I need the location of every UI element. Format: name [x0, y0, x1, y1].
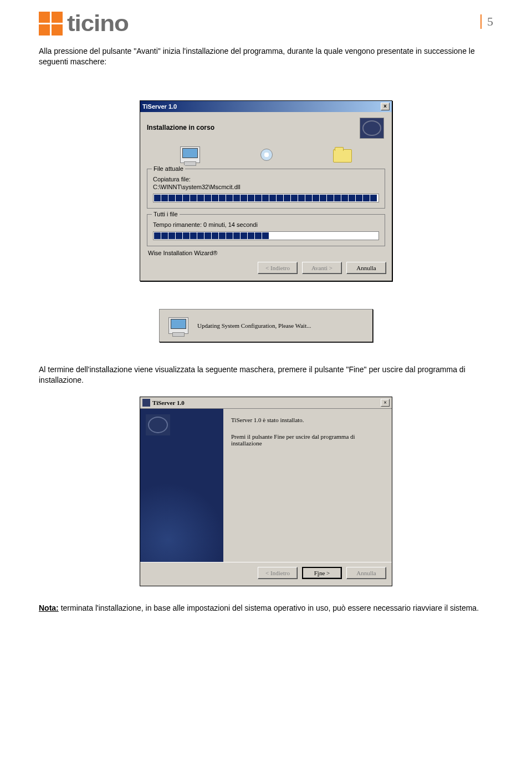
dialog-titlebar: TiServer 1.0 ×: [140, 101, 392, 112]
page-number: 5: [487, 14, 493, 29]
close-icon[interactable]: ×: [381, 399, 390, 407]
mid-paragraph: Al termine dell'installazione viene visu…: [39, 364, 493, 386]
dialog-titlebar: TiServer 1.0 ×: [140, 397, 392, 409]
computer-icon: [168, 317, 188, 334]
dialog-button-row: < Indietro Avanti > Annulla: [140, 262, 392, 281]
wise-label: Wise Installation Wizard®: [148, 250, 385, 256]
wizard-side-panel: [140, 409, 223, 562]
dialog-subhead: Installazione in corso: [147, 124, 214, 131]
page-number-box: 5: [480, 14, 493, 29]
install-complete-dialog: TiServer 1.0 × TiServer 1.0 è stato inst…: [140, 397, 392, 586]
current-file-group: Copiatura file: C:\WINNT\system32\Mscmci…: [147, 169, 385, 209]
note-text: terminata l'installazione, in base alle …: [59, 603, 479, 612]
logo-squares-icon: [39, 12, 63, 35]
app-mini-icon: [142, 399, 150, 407]
logo-text: ticino: [67, 11, 129, 36]
back-button: < Indietro: [258, 262, 298, 274]
intro-paragraph: Alla pressione del pulsante "Avanti" ini…: [39, 46, 493, 67]
all-files-group: Tempo rimanente: 0 minuti, 14 secondi: [147, 214, 385, 246]
page: ticino 5 Alla pressione del pulsante "Av…: [0, 0, 532, 630]
page-number-bar-icon: [480, 14, 482, 29]
install-icons-row: [150, 146, 382, 163]
updating-text: Updating System Configuration, Please Wa…: [197, 322, 311, 329]
installed-line2: Premi il pulsante Fine per uscire dal pr…: [231, 433, 384, 447]
note-paragraph: Nota: terminata l'installazione, in base…: [39, 603, 493, 613]
dialog-main: TiServer 1.0 è stato installato. Premi i…: [223, 409, 392, 562]
cancel-button: Annulla: [346, 567, 386, 579]
file-progress-bar: [153, 194, 379, 202]
copy-path: C:\WINNT\system32\Mscmcit.dll: [153, 184, 379, 190]
folder-icon: [333, 149, 352, 163]
disc-icon: [260, 149, 273, 161]
installed-line1: TiServer 1.0 è stato installato.: [231, 417, 384, 423]
computer-icon: [180, 146, 200, 163]
note-label: Nota:: [39, 603, 59, 612]
brand-logo: ticino: [39, 11, 123, 36]
wizard-logo-icon: [360, 118, 384, 139]
back-button: < Indietro: [258, 567, 298, 579]
close-icon[interactable]: ×: [381, 103, 390, 110]
dialog-title: TiServer 1.0: [152, 399, 185, 406]
dialog-title: TiServer 1.0: [142, 103, 177, 110]
dialog-button-row: < Indietro Fine > Annulla: [140, 562, 392, 586]
page-header: ticino 5: [39, 11, 493, 36]
next-button: Avanti >: [302, 262, 342, 274]
total-progress-bar: [153, 231, 379, 240]
install-progress-dialog: TiServer 1.0 × Installazione in corso Co…: [140, 100, 392, 281]
time-remaining: Tempo rimanente: 0 minuti, 14 secondi: [153, 221, 379, 228]
updating-config-dialog: Updating System Configuration, Please Wa…: [159, 309, 373, 342]
cancel-button[interactable]: Annulla: [346, 262, 386, 274]
wizard-logo-icon: [146, 414, 170, 435]
finish-button[interactable]: Fine >: [302, 567, 342, 579]
copy-label: Copiatura file:: [153, 176, 379, 182]
